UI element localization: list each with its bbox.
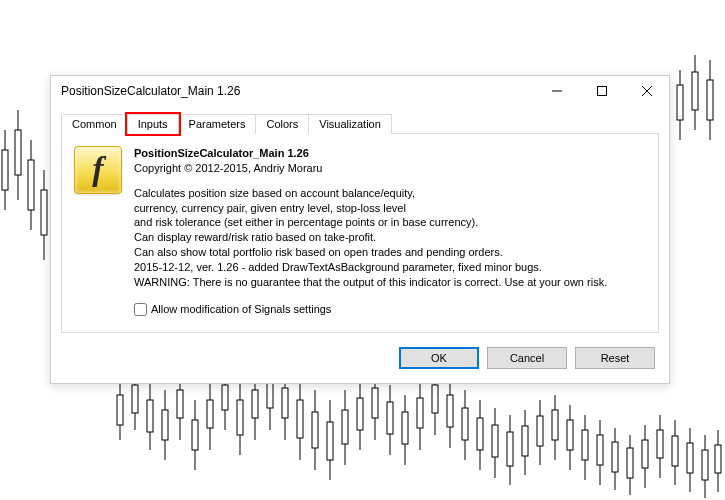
svg-rect-93 xyxy=(715,445,721,473)
svg-rect-95 xyxy=(677,85,683,120)
titlebar: PositionSizeCalculator_Main 1.26 xyxy=(51,76,669,106)
svg-rect-49 xyxy=(387,402,393,434)
minimize-button[interactable] xyxy=(534,76,579,106)
svg-rect-83 xyxy=(642,440,648,468)
svg-rect-21 xyxy=(177,390,183,418)
indicator-name: PositionSizeCalculator_Main 1.26 xyxy=(134,146,646,161)
svg-rect-17 xyxy=(147,400,153,432)
svg-rect-41 xyxy=(327,422,333,460)
svg-rect-65 xyxy=(507,432,513,466)
indicator-copyright: Copyright © 2012-2015, Andriy Moraru xyxy=(134,161,646,176)
tab-panel-common: f PositionSizeCalculator_Main 1.26 Copyr… xyxy=(61,133,659,333)
close-button[interactable] xyxy=(624,76,669,106)
svg-rect-3 xyxy=(15,130,21,175)
svg-rect-85 xyxy=(657,430,663,458)
svg-rect-53 xyxy=(417,398,423,428)
svg-rect-91 xyxy=(702,450,708,480)
svg-rect-69 xyxy=(537,416,543,446)
cancel-button[interactable]: Cancel xyxy=(487,347,567,369)
tab-strip: Common Inputs Parameters Colors Visualiz… xyxy=(51,106,669,134)
ok-button[interactable]: OK xyxy=(399,347,479,369)
svg-rect-59 xyxy=(462,408,468,440)
svg-rect-57 xyxy=(447,395,453,427)
svg-rect-99 xyxy=(707,80,713,120)
allow-signals-label: Allow modification of Signals settings xyxy=(151,302,331,317)
svg-rect-71 xyxy=(552,410,558,440)
reset-button[interactable]: Reset xyxy=(575,347,655,369)
svg-rect-27 xyxy=(222,385,228,410)
svg-rect-79 xyxy=(612,442,618,472)
svg-rect-43 xyxy=(342,410,348,444)
dialog-title: PositionSizeCalculator_Main 1.26 xyxy=(61,84,534,98)
svg-rect-81 xyxy=(627,448,633,478)
svg-rect-63 xyxy=(492,425,498,457)
indicator-description: Calculates position size based on accoun… xyxy=(134,186,646,290)
svg-rect-89 xyxy=(687,443,693,473)
svg-rect-1 xyxy=(2,150,8,190)
svg-rect-29 xyxy=(237,400,243,435)
svg-rect-35 xyxy=(282,388,288,418)
svg-rect-101 xyxy=(597,87,606,96)
tab-parameters[interactable]: Parameters xyxy=(178,114,257,134)
svg-rect-37 xyxy=(297,400,303,438)
svg-rect-73 xyxy=(567,420,573,450)
svg-rect-31 xyxy=(252,390,258,418)
function-icon: f xyxy=(74,146,122,194)
maximize-button[interactable] xyxy=(579,76,624,106)
tab-visualization[interactable]: Visualization xyxy=(308,114,392,134)
svg-rect-55 xyxy=(432,385,438,413)
svg-rect-75 xyxy=(582,430,588,460)
svg-rect-25 xyxy=(207,400,213,428)
svg-rect-87 xyxy=(672,436,678,466)
svg-rect-13 xyxy=(117,395,123,425)
svg-rect-5 xyxy=(28,160,34,210)
svg-rect-47 xyxy=(372,388,378,418)
dialog-buttons: OK Cancel Reset xyxy=(51,333,669,383)
svg-rect-7 xyxy=(41,190,47,235)
svg-rect-15 xyxy=(132,385,138,413)
svg-rect-45 xyxy=(357,398,363,430)
svg-rect-67 xyxy=(522,426,528,456)
svg-rect-23 xyxy=(192,420,198,450)
svg-rect-97 xyxy=(692,72,698,110)
svg-rect-39 xyxy=(312,412,318,448)
function-glyph: f xyxy=(92,152,103,186)
indicator-info: PositionSizeCalculator_Main 1.26 Copyrig… xyxy=(134,146,646,322)
tab-colors[interactable]: Colors xyxy=(255,114,309,134)
svg-rect-19 xyxy=(162,410,168,440)
svg-rect-77 xyxy=(597,435,603,465)
allow-signals-checkbox-row[interactable]: Allow modification of Signals settings xyxy=(134,302,646,317)
indicator-properties-dialog: PositionSizeCalculator_Main 1.26 Common … xyxy=(50,75,670,384)
svg-rect-51 xyxy=(402,412,408,444)
tab-common[interactable]: Common xyxy=(61,114,128,134)
tab-inputs[interactable]: Inputs xyxy=(127,114,179,134)
svg-rect-61 xyxy=(477,418,483,450)
allow-signals-checkbox[interactable] xyxy=(134,303,147,316)
